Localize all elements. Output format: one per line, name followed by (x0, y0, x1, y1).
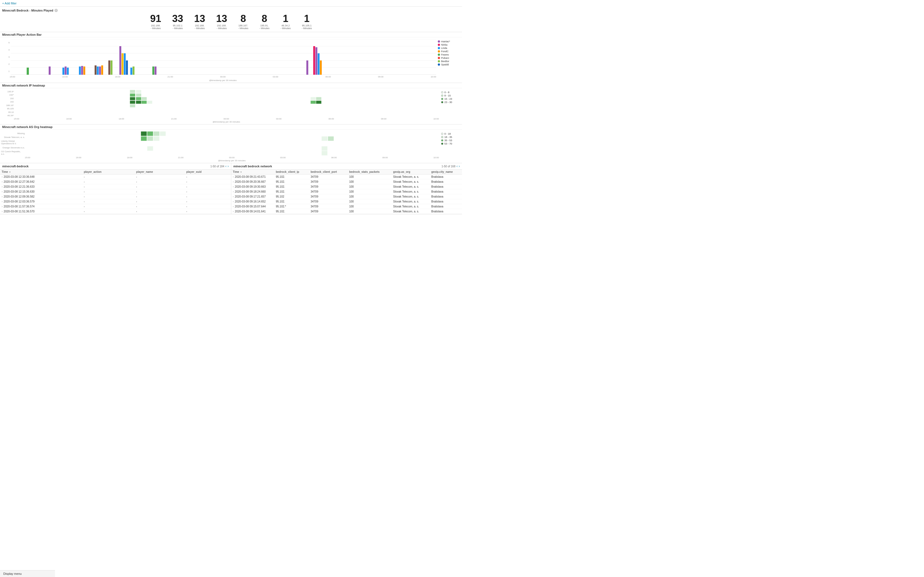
col-client-port[interactable]: bedrock_client_port (309, 169, 347, 174)
col-time-right[interactable]: Time ▼ (231, 169, 274, 174)
table-row[interactable]: ›2020-03-08 12:21:36.633 - - - (0, 184, 231, 189)
svg-rect-7 (48, 66, 51, 75)
net-cell-as-org-7: Slovak Telecom, a. s. (392, 209, 430, 214)
table-row[interactable]: ›2020-03-08 12:15:36.630 - - - (0, 189, 231, 194)
col-time-left[interactable]: Time ▼ (0, 169, 82, 174)
svg-rect-35 (130, 93, 135, 97)
metrics-row: 91 192.168.- Minutes 33 95.102.1- Minute… (0, 13, 462, 31)
cell-time-2: ›2020-03-08 12:21:36.633 (0, 184, 82, 189)
table-row[interactable]: ›2020-03-08 09:15:07.644 95.102.* 34709 … (231, 204, 462, 209)
expand-icon-2[interactable]: › (2, 185, 2, 188)
table-row[interactable]: ›2020-03-08 12:27:36.642 - - - (0, 179, 231, 184)
metrics-info-icon[interactable]: i (55, 9, 58, 12)
svg-rect-55 (153, 136, 160, 141)
table-row[interactable]: ›2020-03-08 09:20:36.667 95.102. 34709 1… (231, 179, 462, 184)
net-expand-icon-4[interactable]: › (233, 195, 234, 198)
svg-rect-18 (108, 60, 110, 75)
table-row[interactable]: ›2020-03-08 09:14:01.641 95.102. 34709 1… (231, 209, 462, 214)
network-ip-heatmap-section: Minecraft network IP heatmap 195.9*192*1… (0, 83, 462, 124)
cell-player-name-6: - (134, 204, 184, 209)
svg-rect-26 (306, 60, 308, 75)
table-row[interactable]: ›2020-03-08 09:16:14.652 95.102. 34709 1… (231, 199, 462, 204)
net-expand-icon-1[interactable]: › (233, 180, 234, 183)
expand-icon-4[interactable]: › (2, 195, 2, 198)
net-cell-time-3: ›2020-03-08 09:18:24.660 (231, 189, 274, 194)
metric-value-7: 1 (304, 14, 310, 24)
svg-rect-41 (136, 101, 141, 104)
svg-rect-45 (310, 97, 316, 100)
player-action-legend-item-1: Ninka (438, 44, 459, 46)
table-row[interactable]: ›2020-03-08 09:18:24.660 95.102. 34709 1… (231, 189, 462, 194)
player-action-x-subtitle: @timestamp per 30 minutes (10, 79, 436, 82)
table-row[interactable]: ›2020-03-08 09:21:43.671 95.102. 34709 1… (231, 174, 462, 179)
as-org-legend-dot-3 (441, 143, 443, 145)
expand-icon-1[interactable]: › (2, 180, 2, 183)
table-row[interactable]: ›2020-03-08 09:19:30.663 95.102. 34709 1… (231, 184, 462, 189)
network-as-org-heatmap-title: Minecraft network AS Org heatmap (0, 124, 462, 130)
pagination-prev-btn-right[interactable]: ‹ (457, 164, 457, 168)
net-cell-as-org-5: Slovak Telecom, a. s. (392, 199, 430, 204)
col-city-name[interactable]: geoip.city_name (430, 169, 462, 174)
table-row[interactable]: ›2020-03-08 12:33:36.648 - - - (0, 174, 231, 179)
add-filter-button[interactable]: + Add filter (2, 2, 16, 5)
svg-rect-23 (126, 60, 128, 75)
metrics-section-title: Minecraft Bedrock - Minutes Played (2, 9, 53, 12)
ip-heatmap-legend-item-0: 0 - 8 (441, 91, 459, 94)
table-row[interactable]: ›2020-03-08 12:09:36.582 - - - (0, 194, 231, 199)
expand-icon-5[interactable]: › (2, 200, 2, 203)
svg-rect-17 (101, 65, 103, 75)
net-expand-icon-7[interactable]: › (233, 210, 234, 213)
expand-icon-6[interactable]: › (2, 205, 2, 208)
legend-dot-7 (438, 63, 440, 66)
table-row[interactable]: ›2020-03-08 09:17:21.657 95.102 34709 10… (231, 194, 462, 199)
col-stats-packets[interactable]: bedrock_stats_packets (347, 169, 392, 174)
cell-player-action-5: - (82, 199, 134, 204)
metric-sub-0: 192.168.- Minutes (150, 24, 161, 30)
ip-legend-label-2: 15 - 23 (444, 98, 452, 100)
col-client-ip[interactable]: bedrock_client_ip (274, 169, 309, 174)
net-cell-city-1: Bratislava (430, 179, 462, 184)
table-row[interactable]: ›2020-03-08 12:03:36.579 - - - (0, 199, 231, 204)
pagination-next-btn-right[interactable]: › (459, 164, 460, 168)
cell-player-xuid-6: - (184, 204, 231, 209)
expand-icon-0[interactable]: › (2, 175, 2, 178)
net-cell-ip-6: 95.102.* (274, 204, 309, 209)
pagination-next-btn-left[interactable]: › (228, 164, 229, 168)
net-expand-icon-0[interactable]: › (233, 175, 234, 178)
table-row[interactable]: ›2020-03-08 11:57:36.574 - - - (0, 204, 231, 209)
net-cell-ip-5: 95.102. (274, 199, 309, 204)
expand-icon-7[interactable]: › (2, 210, 2, 213)
network-as-org-heatmap-section: Minecraft network AS Org heatmap Missing… (0, 124, 462, 163)
ip-legend-label-3: 23 - 30 (444, 101, 452, 103)
table-row[interactable]: ›2020-03-08 11:51:36.570 - - - (0, 209, 231, 214)
cell-player-xuid-7: - (184, 209, 231, 214)
ip-legend-dot-2 (441, 98, 443, 100)
metric-sub-4: 188.167.- Minutes (238, 24, 248, 30)
ip-heatmap-legend-item-1: 8 - 15 (441, 94, 459, 97)
col-as-org[interactable]: geoip.as_org (392, 169, 430, 174)
ip-heatmap-body (15, 90, 439, 117)
svg-rect-34 (136, 90, 141, 93)
net-cell-as-org-6: Slovak Telecom, a. s. (392, 204, 430, 209)
minecraft-bedrock-network-title: minecraft bedrock network (233, 164, 272, 168)
cell-time-1: ›2020-03-08 12:27:36.642 (0, 179, 82, 184)
legend-label-4: Feares (441, 53, 449, 56)
col-player-name[interactable]: player_name (134, 169, 184, 174)
net-expand-icon-6[interactable]: › (233, 205, 234, 208)
net-expand-icon-3[interactable]: › (233, 190, 234, 193)
cell-time-3: ›2020-03-08 12:15:36.630 (0, 189, 82, 194)
net-expand-icon-2[interactable]: › (233, 185, 234, 188)
legend-dot-6 (438, 60, 440, 62)
net-expand-icon-5[interactable]: › (233, 200, 234, 203)
net-cell-port-2: 34709 (309, 184, 347, 189)
svg-rect-60 (321, 151, 328, 156)
col-player-xuid[interactable]: player_xuid (184, 169, 231, 174)
svg-rect-36 (136, 93, 141, 97)
minecraft-bedrock-header: minecraft-bedrock 1-50 of 184 ‹ › (0, 163, 231, 169)
minecraft-bedrock-network-table: Time ▼ bedrock_client_ip bedrock_client_… (231, 169, 462, 214)
pagination-prev-btn-left[interactable]: ‹ (226, 164, 226, 168)
svg-rect-27 (313, 46, 315, 75)
net-cell-city-0: Bratislava (430, 174, 462, 179)
expand-icon-3[interactable]: › (2, 190, 2, 193)
col-player-action[interactable]: player_action (82, 169, 134, 174)
